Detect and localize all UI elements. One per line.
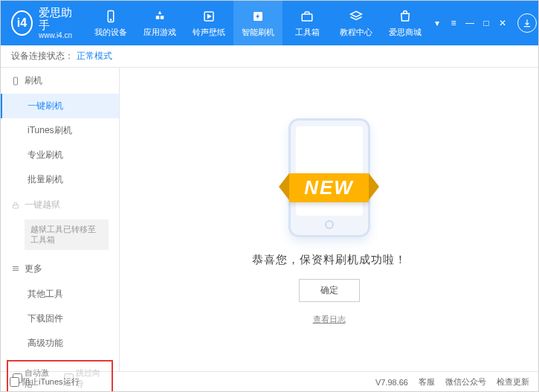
sidebar-group-jailbreak: 一键越狱 xyxy=(1,192,119,218)
titlebar: i4 爱思助手 www.i4.cn 我的设备 应用游戏 铃声壁纸 智能刷机 工具… xyxy=(1,1,538,45)
toolbox-icon xyxy=(300,9,314,24)
nav-apps[interactable]: 应用游戏 xyxy=(135,1,184,45)
nav-label: 铃声壁纸 xyxy=(193,27,225,38)
svg-point-1 xyxy=(110,19,112,20)
svg-rect-7 xyxy=(13,205,19,208)
block-itunes-checkbox[interactable]: 阻止iTunes运行 xyxy=(10,376,80,388)
nav-media[interactable]: 铃声壁纸 xyxy=(184,1,233,45)
logo: i4 爱思助手 www.i4.cn xyxy=(11,7,76,39)
sidebar: 刷机 一键刷机 iTunes刷机 专业刷机 批量刷机 一键越狱 越狱工具已转移至… xyxy=(1,68,120,371)
nav-tools[interactable]: 工具箱 xyxy=(283,1,332,45)
check-update-link[interactable]: 检查更新 xyxy=(497,376,529,388)
main-content: NEW 恭喜您，保资料刷机成功啦！ 确定 查看日志 xyxy=(120,68,538,371)
status-mode: 正常模式 xyxy=(77,50,112,62)
minimize-icon[interactable]: — xyxy=(462,16,477,30)
sidebar-item-other-tools[interactable]: 其他工具 xyxy=(1,282,119,306)
nav-label: 工具箱 xyxy=(295,27,320,38)
success-message: 恭喜您，保资料刷机成功啦！ xyxy=(252,253,407,267)
phone-outline-icon xyxy=(11,77,20,86)
sidebar-group-flash[interactable]: 刷机 xyxy=(1,68,119,94)
sidebar-group-more[interactable]: 更多 xyxy=(1,256,119,282)
view-log-link[interactable]: 查看日志 xyxy=(313,314,346,325)
nav-label: 爱思商城 xyxy=(389,27,422,38)
sidebar-item-oneclick-flash[interactable]: 一键刷机 xyxy=(1,94,119,118)
phone-icon xyxy=(103,9,118,24)
list-icon[interactable]: ≡ xyxy=(446,16,461,30)
top-nav: 我的设备 应用游戏 铃声壁纸 智能刷机 工具箱 教程中心 爱思商城 xyxy=(86,1,430,45)
nav-label: 我的设备 xyxy=(94,27,127,38)
nav-flash[interactable]: 智能刷机 xyxy=(233,1,283,45)
logo-mark: i4 xyxy=(11,10,33,36)
phone-illustration: NEW xyxy=(255,115,404,241)
sidebar-item-itunes-flash[interactable]: iTunes刷机 xyxy=(1,118,119,143)
ok-button[interactable]: 确定 xyxy=(299,279,360,302)
status-label: 设备连接状态： xyxy=(11,50,74,62)
status-bar: 设备连接状态： 正常模式 xyxy=(1,45,538,68)
support-link[interactable]: 客服 xyxy=(419,376,435,388)
svg-rect-4 xyxy=(302,14,312,21)
close-icon[interactable]: ✕ xyxy=(495,16,510,30)
flash-icon xyxy=(251,9,265,24)
sidebar-item-download-firmware[interactable]: 下载固件 xyxy=(1,306,119,331)
nav-device[interactable]: 我的设备 xyxy=(86,1,135,45)
download-button[interactable] xyxy=(517,13,537,33)
apps-icon xyxy=(152,9,167,24)
sidebar-item-pro-flash[interactable]: 专业刷机 xyxy=(1,143,119,167)
app-title: 爱思助手 xyxy=(39,7,76,31)
version-label: V7.98.66 xyxy=(375,378,408,387)
wechat-link[interactable]: 微信公众号 xyxy=(445,376,486,388)
new-banner: NEW xyxy=(289,173,369,202)
nav-tutorial[interactable]: 教程中心 xyxy=(332,1,381,45)
nav-label: 教程中心 xyxy=(340,27,372,38)
app-url: www.i4.cn xyxy=(39,31,76,39)
sidebar-item-batch-flash[interactable]: 批量刷机 xyxy=(1,167,119,192)
sidebar-item-advanced[interactable]: 高级功能 xyxy=(1,331,119,356)
lock-icon xyxy=(11,201,20,210)
menu-icon[interactable]: ▾ xyxy=(430,16,445,30)
jailbreak-note: 越狱工具已转移至工具箱 xyxy=(25,219,109,250)
nav-store[interactable]: 爱思商城 xyxy=(381,1,430,45)
book-icon xyxy=(349,9,364,24)
nav-label: 智能刷机 xyxy=(242,27,274,38)
store-icon xyxy=(398,9,413,24)
maximize-icon[interactable]: □ xyxy=(479,16,494,30)
svg-rect-6 xyxy=(14,77,18,85)
music-icon xyxy=(201,9,216,24)
more-icon xyxy=(11,264,20,273)
window-controls: ▾ ≡ — □ ✕ xyxy=(430,16,510,30)
nav-label: 应用游戏 xyxy=(143,27,176,38)
